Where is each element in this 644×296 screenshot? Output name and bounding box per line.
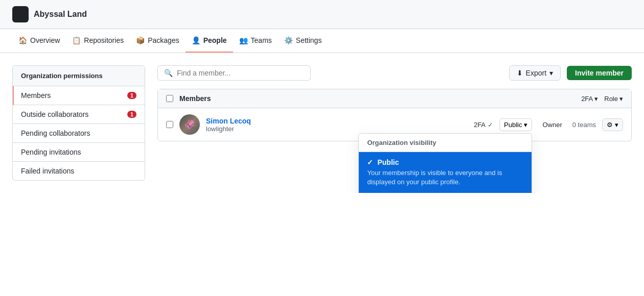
select-all-checkbox[interactable] [166, 95, 173, 102]
sidebar-item-members[interactable]: Members 1 [13, 86, 145, 105]
nav-item-packages[interactable]: 📦 Packages [130, 29, 185, 53]
visibility-dropdown-container: Public ▾ Organization visibility ✓ Publi… [499, 118, 532, 131]
dropdown-title: Organization visibility [359, 134, 532, 152]
sidebar-item-outside-collaborators[interactable]: Outside collaborators 1 [13, 105, 145, 124]
sidebar-header: Organization permissions [13, 66, 145, 86]
sidebar-label-members: Members [21, 91, 51, 100]
sidebar-label-pending-invitations: Pending invitations [21, 148, 81, 156]
nav-label-overview: Overview [30, 36, 60, 44]
table-header: Members 2FA ▾ Role ▾ [158, 89, 631, 108]
nav-item-teams[interactable]: 👥 Teams [233, 29, 278, 53]
sidebar-label-failed-invitations: Failed invitations [21, 167, 74, 175]
sidebar-item-pending-collaborators[interactable]: Pending collaborators [13, 124, 145, 143]
avatar: 🦑 [179, 114, 200, 135]
dropdown-option-public[interactable]: ✓ Public Your membership is visible to e… [359, 152, 532, 193]
sidebar-label-pending-collaborators: Pending collaborators [21, 129, 90, 137]
export-button[interactable]: ⬇ Export ▾ [509, 65, 561, 81]
org-logo [12, 6, 29, 22]
main-content: Organization permissions Members 1 Outsi… [0, 53, 644, 193]
outside-collaborators-badge: 1 [127, 111, 136, 118]
toolbar: 🔍 ⬇ Export ▾ Invite member [157, 65, 632, 81]
member-role-label: Owner [538, 121, 566, 129]
sidebar-label-outside-collaborators: Outside collaborators [21, 110, 88, 118]
sidebar-item-pending-invitations[interactable]: Pending invitations [13, 143, 145, 162]
visibility-label: Public [504, 121, 522, 129]
people-icon: 👤 [192, 36, 200, 44]
invite-label: Invite member [575, 69, 624, 77]
role-header[interactable]: Role ▾ [604, 95, 623, 103]
members-table: Members 2FA ▾ Role ▾ 🦑 Simon Lecoq [157, 89, 632, 141]
member-handle: lowlighter [206, 125, 468, 133]
settings-icon: ⚙️ [284, 36, 293, 44]
invite-member-button[interactable]: Invite member [567, 66, 632, 80]
search-icon: 🔍 [164, 69, 173, 77]
export-chevron-icon: ▾ [549, 69, 553, 77]
gear-icon: ⚙ [607, 121, 613, 129]
export-label: Export [526, 69, 546, 77]
avatar-image: 🦑 [179, 114, 200, 135]
member-name[interactable]: Simon Lecoq [206, 117, 468, 125]
nav-item-overview[interactable]: 🏠 Overview [12, 29, 66, 53]
sidebar: Organization permissions Members 1 Outsi… [12, 65, 145, 181]
member-2fa-status: 2FA ✓ [474, 121, 493, 129]
repositories-icon: 📋 [72, 36, 81, 44]
top-header: Abyssal Land [0, 0, 644, 29]
members-badge: 1 [127, 92, 136, 99]
2fa-check-icon: ✓ [488, 121, 493, 129]
visibility-button[interactable]: Public ▾ [499, 118, 532, 131]
public-check-icon: ✓ [367, 158, 373, 166]
member-gear-button[interactable]: ⚙ ▾ [602, 118, 623, 131]
member-teams-count: 0 teams [572, 121, 596, 129]
sidebar-item-failed-invitations[interactable]: Failed invitations [13, 162, 145, 180]
teams-icon: 👥 [239, 36, 248, 44]
nav-label-settings: Settings [296, 36, 322, 44]
nav-item-people[interactable]: 👤 People [186, 29, 233, 53]
org-name: Abyssal Land [34, 10, 87, 19]
nav-label-people: People [203, 36, 227, 44]
members-header-label: Members [179, 94, 575, 103]
role-chevron-icon: ▾ [619, 95, 623, 103]
dropdown-option-public-desc: Your membership is visible to everyone a… [367, 168, 523, 187]
nav-label-teams: Teams [251, 36, 272, 44]
visibility-dropdown-menu: Organization visibility ✓ Public Your me… [358, 133, 532, 193]
nav-bar: 🏠 Overview 📋 Repositories 📦 Packages 👤 P… [0, 29, 644, 53]
nav-item-settings[interactable]: ⚙️ Settings [278, 29, 328, 53]
nav-item-repositories[interactable]: 📋 Repositories [66, 29, 130, 53]
member-info: Simon Lecoq lowlighter [206, 117, 468, 133]
content-area: 🔍 ⬇ Export ▾ Invite member Members 2FA ▾ [157, 65, 632, 181]
search-input[interactable] [177, 69, 304, 77]
nav-label-repositories: Repositories [84, 36, 124, 44]
download-icon: ⬇ [517, 69, 523, 77]
overview-icon: 🏠 [18, 36, 27, 44]
packages-icon: 📦 [136, 36, 145, 44]
visibility-chevron-icon: ▾ [524, 121, 527, 129]
gear-chevron-icon: ▾ [615, 121, 618, 129]
2fa-header[interactable]: 2FA ▾ [581, 95, 598, 103]
dropdown-option-public-header: ✓ Public [367, 158, 523, 166]
2fa-chevron-icon: ▾ [594, 95, 598, 103]
search-box[interactable]: 🔍 [157, 65, 311, 81]
member-checkbox[interactable] [166, 121, 173, 128]
nav-label-packages: Packages [148, 36, 179, 44]
table-row: 🦑 Simon Lecoq lowlighter 2FA ✓ Public ▾ [158, 108, 631, 141]
